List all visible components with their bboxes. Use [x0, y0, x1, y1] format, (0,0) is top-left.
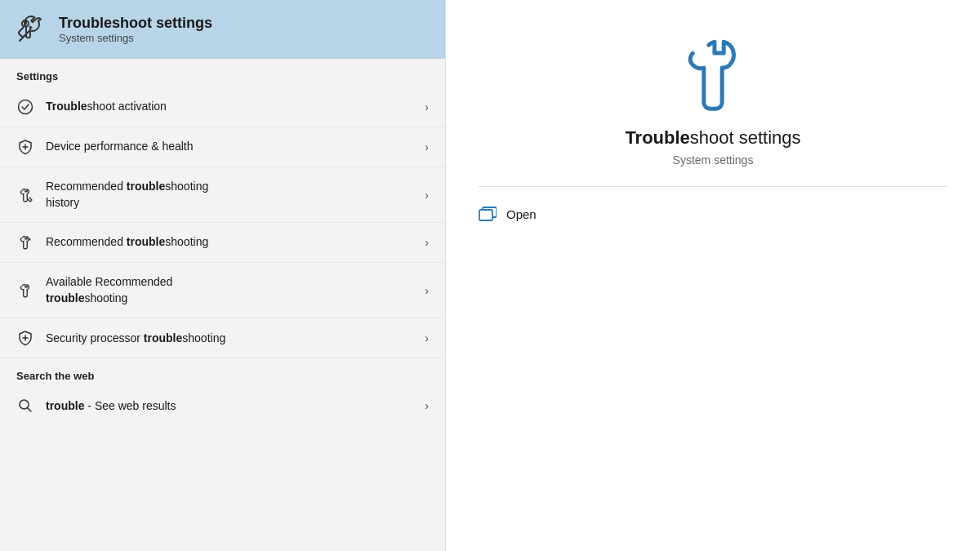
chevron-icon-search: › — [425, 399, 429, 412]
search-query-text: trouble - See web results — [46, 399, 413, 412]
left-panel: Troubleshoot settings System settings Se… — [0, 0, 445, 551]
nav-text-troubleshoot-activation: Troubleshoot activation — [46, 99, 413, 115]
nav-item-avail-rec[interactable]: Available Recommendedtroubleshooting › — [0, 263, 445, 318]
right-title-bold: Trouble — [625, 127, 689, 148]
open-icon — [479, 207, 497, 221]
circle-check-icon — [16, 99, 34, 115]
header-item[interactable]: Troubleshoot settings System settings — [0, 0, 445, 59]
chevron-icon-rec-troubleshooting: › — [425, 236, 429, 249]
header-title-rest: shoot settings — [112, 15, 212, 31]
right-title-after: shoot settings — [690, 127, 801, 148]
open-label: Open — [506, 207, 537, 221]
nav-bold-trouble: Trouble — [46, 100, 87, 113]
wrench-history-icon — [16, 187, 34, 203]
svg-line-8 — [28, 408, 32, 412]
wrench-avail-icon — [16, 282, 34, 299]
shield-icon-device — [16, 139, 34, 155]
svg-point-1 — [19, 100, 33, 114]
right-subtitle: System settings — [673, 153, 754, 167]
wrench-star-icon — [16, 234, 34, 251]
nav-item-security-processor[interactable]: Security processor troubleshooting › — [0, 318, 445, 358]
chevron-icon-activation: › — [425, 100, 429, 113]
nav-item-rec-troubleshooting[interactable]: Recommended troubleshooting › — [0, 223, 445, 263]
svg-rect-9 — [479, 210, 492, 220]
nav-text-rec-troubleshooting: Recommended troubleshooting — [46, 234, 413, 251]
search-web-item[interactable]: trouble - See web results › — [0, 387, 445, 424]
chevron-icon-avail-rec: › — [425, 284, 429, 297]
search-query-suffix: - See web results — [84, 399, 176, 412]
header-main-title: Troubleshoot settings — [59, 15, 212, 32]
nav-text-rec-history: Recommended troubleshootinghistory — [46, 179, 413, 211]
right-panel: Troubleshoot settings System settings Op… — [445, 0, 980, 551]
shield-plus-icon — [16, 330, 34, 346]
right-icon-area — [668, 33, 758, 114]
header-subtitle: System settings — [59, 32, 212, 44]
header-title-block: Troubleshoot settings System settings — [59, 15, 212, 44]
chevron-icon-rec-history: › — [425, 189, 429, 202]
search-icon — [16, 398, 34, 413]
open-row[interactable]: Open — [479, 207, 947, 221]
nav-text-security-processor: Security processor troubleshooting — [46, 331, 413, 347]
nav-item-rec-history[interactable]: Recommended troubleshootinghistory › — [0, 167, 445, 223]
wrench-icon — [16, 15, 46, 44]
header-title-bold: Trouble — [59, 15, 112, 31]
nav-item-device-performance[interactable]: Device performance & health › — [0, 127, 445, 167]
search-query-bold: trouble — [46, 399, 84, 412]
settings-section-label: Settings — [0, 59, 445, 87]
nav-item-troubleshoot-activation[interactable]: Troubleshoot activation › — [0, 87, 445, 127]
nav-text-device-performance: Device performance & health — [46, 139, 413, 155]
nav-text-avail-rec: Available Recommendedtroubleshooting — [46, 274, 413, 306]
search-section-label: Search the web — [0, 358, 445, 387]
right-main-title: Troubleshoot settings — [625, 127, 800, 149]
right-divider — [479, 186, 947, 187]
chevron-icon-device: › — [425, 140, 429, 153]
chevron-icon-security: › — [425, 331, 429, 344]
nav-rest-activation: shoot activation — [87, 100, 167, 113]
